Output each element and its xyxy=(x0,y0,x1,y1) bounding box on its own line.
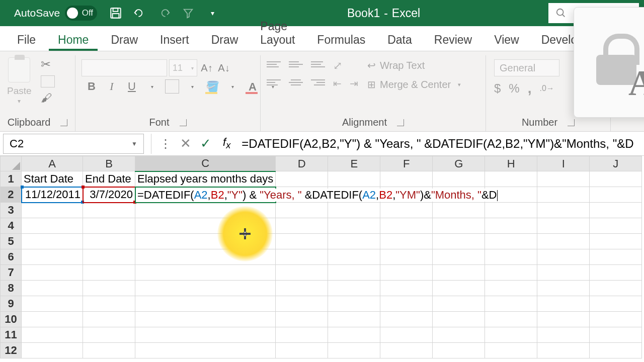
name-box[interactable]: C2 ▼ xyxy=(3,134,144,154)
cell-J8[interactable] xyxy=(590,281,642,296)
cell-G10[interactable] xyxy=(433,312,485,327)
cell-H7[interactable] xyxy=(485,265,537,281)
cell-B11[interactable] xyxy=(83,327,135,343)
cell-C10[interactable] xyxy=(135,312,276,327)
increase-decimal-icon[interactable]: .0→ xyxy=(539,84,554,93)
cell-J12[interactable] xyxy=(590,343,642,358)
cell-H12[interactable] xyxy=(485,343,537,358)
cell-C12[interactable] xyxy=(135,343,276,358)
fill-color-icon[interactable]: 🪣 xyxy=(205,80,219,93)
cell-I9[interactable] xyxy=(537,296,590,312)
cell-F3[interactable] xyxy=(380,203,433,218)
cell-B10[interactable] xyxy=(83,312,135,327)
align-middle-icon[interactable] xyxy=(289,59,303,69)
cell-C1[interactable]: Elapsed years months days xyxy=(135,171,276,187)
align-left-icon[interactable] xyxy=(267,77,281,87)
cell-H5[interactable] xyxy=(485,234,537,249)
clipboard-launcher-icon[interactable] xyxy=(60,119,67,126)
column-header-B[interactable]: B xyxy=(83,156,135,171)
bold-button[interactable]: B xyxy=(85,80,99,93)
increase-indent-icon[interactable]: ⇥ xyxy=(350,77,358,89)
tab-review[interactable]: Review xyxy=(425,28,481,51)
cell-H6[interactable] xyxy=(485,249,537,265)
cell-D1[interactable] xyxy=(276,171,328,187)
tab-insert[interactable]: Insert xyxy=(151,28,198,51)
column-header-A[interactable]: A xyxy=(22,156,83,171)
cell-J4[interactable] xyxy=(590,218,642,234)
filter-icon[interactable] xyxy=(182,7,195,20)
cell-B4[interactable] xyxy=(83,218,135,234)
number-launcher-icon[interactable] xyxy=(568,119,575,126)
row-header-9[interactable]: 9 xyxy=(1,296,22,312)
cell-C6[interactable] xyxy=(135,249,276,265)
row-header-1[interactable]: 1 xyxy=(1,171,22,187)
cell-A10[interactable] xyxy=(22,312,83,327)
fx-icon[interactable]: fx xyxy=(223,136,230,151)
cell-J6[interactable] xyxy=(590,249,642,265)
cell-A3[interactable] xyxy=(22,203,83,218)
cell-E10[interactable] xyxy=(328,312,380,327)
row-header-5[interactable]: 5 xyxy=(1,234,22,249)
cell-E8[interactable] xyxy=(328,281,380,296)
cell-C8[interactable] xyxy=(135,281,276,296)
enter-icon[interactable]: ✓ xyxy=(196,136,216,151)
cell-F12[interactable] xyxy=(380,343,433,358)
column-header-D[interactable]: D xyxy=(276,156,328,171)
cell-F10[interactable] xyxy=(380,312,433,327)
align-top-icon[interactable] xyxy=(267,59,281,69)
currency-icon[interactable]: $ xyxy=(494,81,501,96)
name-box-dropdown-icon[interactable]: ▼ xyxy=(131,140,137,147)
row-header-3[interactable]: 3 xyxy=(1,203,22,218)
cell-I7[interactable] xyxy=(537,265,590,281)
cell-F5[interactable] xyxy=(380,234,433,249)
column-header-G[interactable]: G xyxy=(433,156,485,171)
autosave-toggle[interactable]: AutoSave Off xyxy=(14,6,97,21)
cell-I8[interactable] xyxy=(537,281,590,296)
row-header-8[interactable]: 8 xyxy=(1,281,22,296)
cancel-icon[interactable]: ✕ xyxy=(176,136,196,151)
cell-H9[interactable] xyxy=(485,296,537,312)
cell-A11[interactable] xyxy=(22,327,83,343)
format-painter-icon[interactable]: 🖌 xyxy=(41,92,55,105)
tab-home[interactable]: Home xyxy=(49,28,98,51)
cell-A2[interactable]: 11/12/2011 xyxy=(22,187,83,203)
cell-E9[interactable] xyxy=(328,296,380,312)
cell-G11[interactable] xyxy=(433,327,485,343)
cell-E11[interactable] xyxy=(328,327,380,343)
row-header-4[interactable]: 4 xyxy=(1,218,22,234)
tab-draw[interactable]: Draw xyxy=(202,28,248,51)
cell-D6[interactable] xyxy=(276,249,328,265)
tab-formulas[interactable]: Formulas xyxy=(308,28,374,51)
column-header-E[interactable]: E xyxy=(328,156,380,171)
cell-J9[interactable] xyxy=(590,296,642,312)
column-header-F[interactable]: F xyxy=(380,156,433,171)
number-format-dropdown[interactable]: General xyxy=(494,59,559,76)
cell-B9[interactable] xyxy=(83,296,135,312)
cell-E1[interactable] xyxy=(328,171,380,187)
cell-A6[interactable] xyxy=(22,249,83,265)
cell-C2[interactable]: =DATEDIF(A2,B2,"Y") & "Years, " &DATEDIF… xyxy=(135,187,276,203)
autosave-switch[interactable]: Off xyxy=(65,6,97,21)
comma-icon[interactable]: , xyxy=(528,80,532,97)
cell-B8[interactable] xyxy=(83,281,135,296)
save-icon[interactable] xyxy=(109,7,122,20)
cell-H8[interactable] xyxy=(485,281,537,296)
cell-E5[interactable] xyxy=(328,234,380,249)
worksheet-grid[interactable]: ABCDEFGHIJ1Start DateEnd DateElapsed yea… xyxy=(0,156,644,358)
cell-G1[interactable] xyxy=(433,171,485,187)
align-center-icon[interactable] xyxy=(289,77,303,87)
cell-B12[interactable] xyxy=(83,343,135,358)
column-header-I[interactable]: I xyxy=(537,156,590,171)
cell-D4[interactable] xyxy=(276,218,328,234)
cell-D12[interactable] xyxy=(276,343,328,358)
tab-page-layout[interactable]: Page Layout xyxy=(251,15,304,51)
cell-I5[interactable] xyxy=(537,234,590,249)
cell-B7[interactable] xyxy=(83,265,135,281)
cell-J5[interactable] xyxy=(590,234,642,249)
wrap-text-button[interactable]: ↩Wrap Text xyxy=(367,59,461,71)
borders-dropdown-icon[interactable]: ▾ xyxy=(185,84,199,89)
align-right-icon[interactable] xyxy=(311,77,325,87)
cell-F9[interactable] xyxy=(380,296,433,312)
cell-G8[interactable] xyxy=(433,281,485,296)
cell-C3[interactable] xyxy=(135,203,276,218)
